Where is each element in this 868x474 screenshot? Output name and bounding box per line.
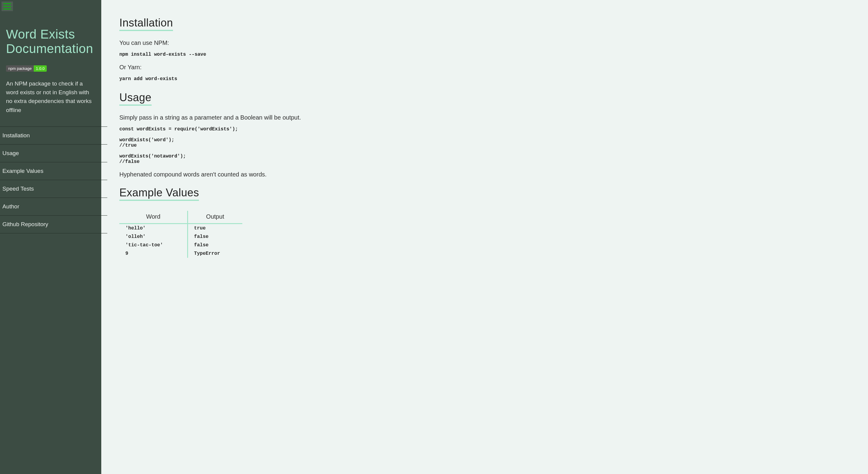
- nav-item-author[interactable]: Author: [0, 198, 107, 215]
- hamburger-bar: [3, 3, 11, 4]
- table-header-row: Word Output: [119, 211, 242, 224]
- table-cell: true: [187, 224, 242, 233]
- usage-note: Hyphenated compound words aren't counted…: [119, 171, 850, 178]
- sidebar: Word Exists Documentation npm package 1.…: [0, 0, 101, 474]
- table-row: 'hello'true: [119, 224, 242, 233]
- installation-yarn-cmd: yarn add word-exists: [119, 76, 850, 81]
- installation-npm-cmd: npm install word-exists --save: [119, 52, 850, 57]
- heading-usage: Usage: [119, 91, 152, 106]
- hamburger-bar: [3, 6, 11, 7]
- table-row: 'tic-tac-toe'false: [119, 241, 242, 249]
- installation-yarn-text: Or Yarn:: [119, 64, 850, 71]
- badge-value: 1.0.0: [34, 65, 47, 72]
- table-cell: 9: [119, 249, 187, 258]
- nav-list: Installation Usage Example Values Speed …: [0, 127, 107, 233]
- table-cell: TypeError: [187, 249, 242, 258]
- table-cell: 'hello': [119, 224, 187, 233]
- usage-code: const wordExists = require('wordExists')…: [119, 127, 850, 164]
- installation-npm-text: You can use NPM:: [119, 39, 850, 46]
- badge-label: npm package: [6, 65, 34, 72]
- hamburger-menu-button[interactable]: [1, 1, 13, 11]
- nav-item-github[interactable]: Github Repository: [0, 215, 107, 233]
- main-content: Installation You can use NPM: npm instal…: [101, 0, 868, 474]
- heading-installation: Installation: [119, 16, 173, 31]
- table-header-word: Word: [119, 211, 187, 224]
- site-description: An NPM package to check if a word exists…: [6, 79, 95, 115]
- table-cell: 'olleh': [119, 233, 187, 241]
- nav-item-installation[interactable]: Installation: [0, 127, 107, 144]
- nav-item-speed-tests[interactable]: Speed Tests: [0, 180, 107, 198]
- example-table: Word Output 'hello'true'olleh'false'tic-…: [119, 211, 242, 258]
- nav-item-example-values[interactable]: Example Values: [0, 162, 107, 180]
- table-cell: 'tic-tac-toe': [119, 241, 187, 249]
- nav-item-usage[interactable]: Usage: [0, 144, 107, 162]
- table-row: 9TypeError: [119, 249, 242, 258]
- npm-badge[interactable]: npm package 1.0.0: [6, 65, 47, 72]
- sidebar-content: Word Exists Documentation npm package 1.…: [0, 0, 101, 127]
- table-row: 'olleh'false: [119, 233, 242, 241]
- heading-example-values: Example Values: [119, 187, 199, 201]
- site-title: Word Exists Documentation: [6, 27, 95, 56]
- table-header-output: Output: [187, 211, 242, 224]
- table-cell: false: [187, 233, 242, 241]
- usage-intro: Simply pass in a string as a parameter a…: [119, 114, 850, 121]
- table-cell: false: [187, 241, 242, 249]
- hamburger-bar: [3, 8, 11, 10]
